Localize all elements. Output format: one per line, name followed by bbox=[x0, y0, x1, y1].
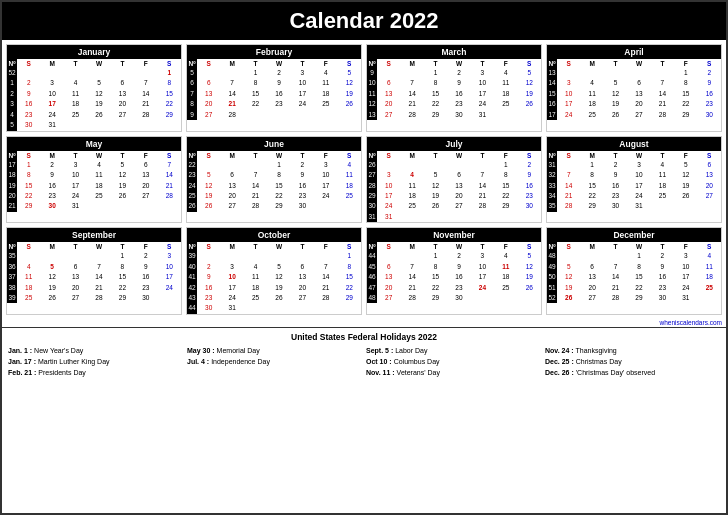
cal-row: 521 bbox=[7, 68, 181, 78]
week-num-header: Nº bbox=[547, 151, 557, 160]
day-header-sun: S bbox=[377, 242, 400, 251]
cal-row: 143456789 bbox=[547, 78, 721, 88]
cal-day: 14 bbox=[87, 272, 110, 282]
cal-day: 19 bbox=[557, 283, 580, 293]
cal-row: 713141516171819 bbox=[187, 89, 361, 99]
cal-row: 512345 bbox=[187, 68, 361, 78]
cal-day: 17 bbox=[674, 272, 697, 282]
cal-day: 4 bbox=[87, 160, 110, 170]
week-num: 14 bbox=[547, 78, 557, 88]
cal-day bbox=[518, 110, 541, 120]
cal-day bbox=[40, 68, 63, 78]
cal-day: 23 bbox=[604, 191, 627, 201]
cal-row: 3645678910 bbox=[7, 262, 181, 272]
cal-day: 29 bbox=[267, 201, 290, 211]
cal-day bbox=[400, 212, 423, 222]
cal-day bbox=[580, 68, 603, 78]
cal-day: 10 bbox=[627, 170, 650, 180]
week-num: 37 bbox=[7, 272, 17, 282]
week-num-header: Nº bbox=[367, 151, 377, 160]
cal-day: 14 bbox=[557, 181, 580, 191]
cal-day: 24 bbox=[674, 283, 697, 293]
cal-day: 7 bbox=[604, 262, 627, 272]
cal-day: 15 bbox=[627, 272, 650, 282]
day-header: M bbox=[220, 151, 243, 160]
cal-table: NºSMTWTFS9123451067891011121113141516171… bbox=[367, 59, 541, 120]
holiday-date: Dec. 25 : bbox=[545, 358, 574, 365]
week-num: 31 bbox=[367, 212, 377, 222]
holiday-col: May 30 : Memorial DayJul. 4 : Independen… bbox=[187, 345, 362, 379]
cal-day: 12 bbox=[197, 181, 220, 191]
cal-day: 11 bbox=[64, 89, 87, 99]
cal-row: 4827282930 bbox=[367, 293, 541, 303]
cal-day: 31 bbox=[40, 120, 63, 130]
cal-table: NºSMTWTFS2212342356789101124121314151617… bbox=[187, 151, 361, 212]
cal-day: 30 bbox=[447, 110, 470, 120]
cal-day: 8 bbox=[17, 170, 40, 180]
day-header: W bbox=[447, 59, 470, 68]
cal-day: 26 bbox=[197, 201, 220, 211]
month-title: November bbox=[367, 228, 541, 242]
cal-day: 31 bbox=[377, 212, 400, 222]
day-header: T bbox=[291, 242, 314, 251]
cal-day: 9 bbox=[267, 78, 290, 88]
day-header: W bbox=[87, 151, 110, 160]
cal-day: 7 bbox=[220, 78, 243, 88]
cal-day: 5 bbox=[518, 68, 541, 78]
cal-day: 1 bbox=[111, 251, 134, 261]
week-num: 2 bbox=[7, 89, 17, 99]
holiday-item: Oct 10 : Columbus Day bbox=[366, 356, 541, 367]
cal-day: 24 bbox=[40, 110, 63, 120]
cal-day: 29 bbox=[424, 110, 447, 120]
cal-day bbox=[518, 293, 541, 303]
cal-day: 24 bbox=[557, 110, 580, 120]
holiday-col: Nov. 24 : ThanksgivingDec. 25 : Christma… bbox=[545, 345, 720, 379]
cal-day: 23 bbox=[267, 99, 290, 109]
cal-day: 18 bbox=[580, 99, 603, 109]
day-header-sun: S bbox=[557, 59, 580, 68]
week-num: 35 bbox=[547, 201, 557, 211]
day-header: W bbox=[267, 242, 290, 251]
cal-day bbox=[267, 251, 290, 261]
day-header: F bbox=[314, 59, 337, 68]
week-num: 41 bbox=[187, 272, 197, 282]
cal-day: 5 bbox=[424, 170, 447, 180]
day-header: W bbox=[447, 151, 470, 160]
month-title: February bbox=[187, 45, 361, 59]
cal-day: 26 bbox=[87, 110, 110, 120]
month-block-september: SeptemberNºSMTWTFS3512336456789103711121… bbox=[6, 227, 182, 315]
day-header: T bbox=[291, 59, 314, 68]
cal-day: 30 bbox=[518, 201, 541, 211]
cal-day: 7 bbox=[87, 262, 110, 272]
week-num: 32 bbox=[547, 170, 557, 180]
cal-day: 11 bbox=[17, 272, 40, 282]
day-header: T bbox=[64, 242, 87, 251]
day-header: T bbox=[604, 242, 627, 251]
cal-day: 11 bbox=[338, 170, 361, 180]
week-num: 35 bbox=[7, 251, 17, 261]
day-header: M bbox=[580, 242, 603, 251]
cal-day: 17 bbox=[471, 272, 494, 282]
cal-row: 481234 bbox=[547, 251, 721, 261]
day-header: F bbox=[494, 151, 517, 160]
cal-day: 6 bbox=[134, 160, 157, 170]
cal-day: 3 bbox=[40, 78, 63, 88]
cal-day: 23 bbox=[291, 191, 314, 201]
cal-day: 8 bbox=[627, 262, 650, 272]
cal-day: 9 bbox=[134, 262, 157, 272]
cal-day: 25 bbox=[338, 191, 361, 201]
cal-day: 8 bbox=[424, 78, 447, 88]
cal-day: 3 bbox=[158, 251, 181, 261]
cal-day: 5 bbox=[87, 78, 110, 88]
cal-day: 25 bbox=[580, 110, 603, 120]
day-header: T bbox=[244, 242, 267, 251]
cal-day: 9 bbox=[447, 78, 470, 88]
week-num: 52 bbox=[7, 68, 17, 78]
week-num: 48 bbox=[367, 293, 377, 303]
cal-day bbox=[314, 251, 337, 261]
cal-day: 28 bbox=[244, 201, 267, 211]
month-block-january: JanuaryNºSMTWTFS521123456782910111213141… bbox=[6, 44, 182, 132]
cal-day: 22 bbox=[674, 99, 697, 109]
cal-day: 3 bbox=[557, 78, 580, 88]
holiday-date: Oct 10 : bbox=[366, 358, 392, 365]
